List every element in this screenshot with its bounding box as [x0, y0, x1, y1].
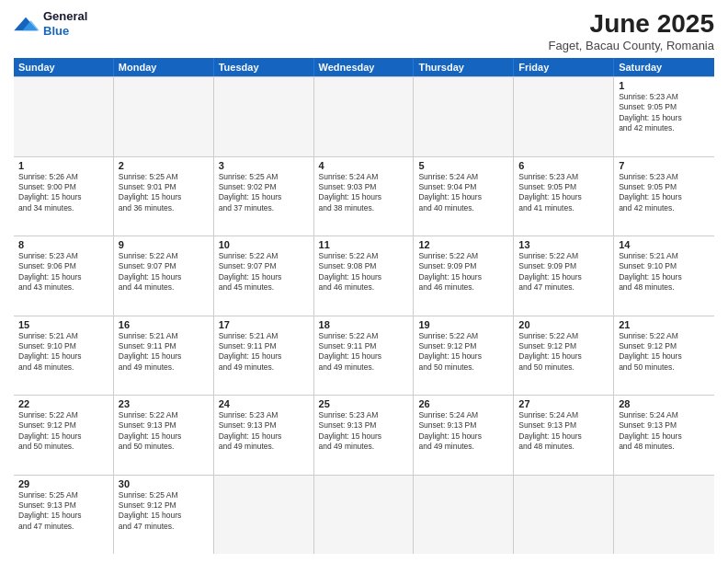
day-number: 16 [119, 319, 209, 330]
header-sunday: Sunday [14, 58, 114, 76]
page: General Blue June 2025 Faget, Bacau Coun… [0, 0, 728, 563]
table-row: 19Sunrise: 5:22 AM Sunset: 9:12 PM Dayli… [414, 316, 514, 396]
table-row: 10Sunrise: 5:22 AM Sunset: 9:07 PM Dayli… [214, 236, 314, 316]
table-row [614, 476, 714, 555]
day-number: 3 [219, 160, 309, 171]
day-number: 1 [18, 160, 108, 171]
table-row: 22Sunrise: 5:22 AM Sunset: 9:12 PM Dayli… [14, 396, 114, 475]
table-row: 20Sunrise: 5:22 AM Sunset: 9:12 PM Dayli… [514, 316, 614, 396]
cell-daylight-info: Sunrise: 5:21 AM Sunset: 9:11 PM Dayligh… [119, 331, 209, 373]
table-row [14, 77, 114, 156]
week-row-3: 15Sunrise: 5:21 AM Sunset: 9:10 PM Dayli… [14, 316, 714, 396]
table-row: 1Sunrise: 5:26 AM Sunset: 9:00 PM Daylig… [14, 157, 114, 236]
table-row: 26Sunrise: 5:24 AM Sunset: 9:13 PM Dayli… [414, 396, 514, 475]
table-row: 6Sunrise: 5:23 AM Sunset: 9:05 PM Daylig… [514, 157, 614, 236]
table-row [414, 476, 514, 555]
table-row: 18Sunrise: 5:22 AM Sunset: 9:11 PM Dayli… [314, 316, 415, 396]
month-title: June 2025 [549, 9, 714, 39]
header-tuesday: Tuesday [214, 58, 314, 76]
header-saturday: Saturday [614, 58, 714, 76]
table-row: 16Sunrise: 5:21 AM Sunset: 9:11 PM Dayli… [114, 316, 214, 396]
day-number: 27 [518, 398, 609, 409]
location-subtitle: Faget, Bacau County, Romania [549, 39, 714, 52]
day-number: 29 [18, 478, 108, 489]
table-row [214, 476, 314, 555]
cell-daylight-info: Sunrise: 5:22 AM Sunset: 9:09 PM Dayligh… [518, 251, 609, 293]
day-number: 7 [619, 160, 710, 171]
cell-daylight-info: Sunrise: 5:24 AM Sunset: 9:04 PM Dayligh… [418, 172, 508, 214]
table-row: 2Sunrise: 5:25 AM Sunset: 9:01 PM Daylig… [114, 157, 214, 236]
table-row: 24Sunrise: 5:23 AM Sunset: 9:13 PM Dayli… [214, 396, 314, 475]
table-row: 5Sunrise: 5:24 AM Sunset: 9:04 PM Daylig… [414, 157, 514, 236]
table-row: 11Sunrise: 5:22 AM Sunset: 9:08 PM Dayli… [314, 236, 415, 316]
day-number: 30 [119, 478, 209, 489]
day-number: 10 [219, 239, 309, 250]
day-number: 11 [319, 239, 409, 250]
day-number: 13 [518, 239, 609, 250]
table-row: 15Sunrise: 5:21 AM Sunset: 9:10 PM Dayli… [14, 316, 114, 396]
day-number: 17 [219, 319, 309, 330]
table-row: 4Sunrise: 5:24 AM Sunset: 9:03 PM Daylig… [314, 157, 415, 236]
table-row: 13Sunrise: 5:22 AM Sunset: 9:09 PM Dayli… [514, 236, 614, 316]
day-number: 9 [119, 239, 209, 250]
table-row [314, 77, 415, 156]
cell-daylight-info: Sunrise: 5:25 AM Sunset: 9:01 PM Dayligh… [119, 172, 209, 214]
table-row: 9Sunrise: 5:22 AM Sunset: 9:07 PM Daylig… [114, 236, 214, 316]
header-wednesday: Wednesday [314, 58, 415, 76]
table-row: 25Sunrise: 5:23 AM Sunset: 9:13 PM Dayli… [314, 396, 415, 475]
day-number: 15 [18, 319, 108, 330]
calendar-body: 1Sunrise: 5:23 AM Sunset: 9:05 PM Daylig… [14, 76, 714, 554]
cell-daylight-info: Sunrise: 5:26 AM Sunset: 9:00 PM Dayligh… [18, 172, 108, 214]
day-number: 2 [119, 160, 209, 171]
table-row [314, 476, 415, 555]
cell-daylight-info: Sunrise: 5:22 AM Sunset: 9:11 PM Dayligh… [319, 331, 409, 373]
table-row: 14Sunrise: 5:21 AM Sunset: 9:10 PM Dayli… [614, 236, 714, 316]
cell-daylight-info: Sunrise: 5:21 AM Sunset: 9:11 PM Dayligh… [219, 331, 309, 373]
table-row: 7Sunrise: 5:23 AM Sunset: 9:05 PM Daylig… [614, 157, 714, 236]
cell-daylight-info: Sunrise: 5:24 AM Sunset: 9:13 PM Dayligh… [619, 410, 710, 453]
calendar: Sunday Monday Tuesday Wednesday Thursday… [14, 58, 714, 554]
day-number: 18 [319, 319, 409, 330]
header-monday: Monday [114, 58, 214, 76]
day-number: 22 [18, 398, 108, 409]
table-row [114, 77, 214, 156]
logo-text: General Blue [43, 9, 87, 38]
cell-daylight-info: Sunrise: 5:23 AM Sunset: 9:05 PM Dayligh… [619, 92, 710, 134]
cell-daylight-info: Sunrise: 5:22 AM Sunset: 9:07 PM Dayligh… [119, 251, 209, 293]
week-row-5: 29Sunrise: 5:25 AM Sunset: 9:13 PM Dayli… [14, 476, 714, 555]
day-number: 5 [418, 160, 508, 171]
table-row: 28Sunrise: 5:24 AM Sunset: 9:13 PM Dayli… [614, 396, 714, 475]
day-number: 14 [619, 239, 710, 250]
calendar-header: Sunday Monday Tuesday Wednesday Thursday… [14, 58, 714, 76]
table-row: 27Sunrise: 5:24 AM Sunset: 9:13 PM Dayli… [514, 396, 614, 475]
table-row: 3Sunrise: 5:25 AM Sunset: 9:02 PM Daylig… [214, 157, 314, 236]
day-number: 21 [619, 319, 710, 330]
cell-daylight-info: Sunrise: 5:22 AM Sunset: 9:12 PM Dayligh… [18, 410, 108, 453]
cell-daylight-info: Sunrise: 5:22 AM Sunset: 9:07 PM Dayligh… [219, 251, 309, 293]
cell-daylight-info: Sunrise: 5:22 AM Sunset: 9:09 PM Dayligh… [418, 251, 508, 293]
day-number: 23 [119, 398, 209, 409]
cell-daylight-info: Sunrise: 5:25 AM Sunset: 9:13 PM Dayligh… [18, 490, 108, 533]
header-friday: Friday [514, 58, 614, 76]
table-row: 8Sunrise: 5:23 AM Sunset: 9:06 PM Daylig… [14, 236, 114, 316]
cell-daylight-info: Sunrise: 5:23 AM Sunset: 9:05 PM Dayligh… [518, 172, 609, 214]
cell-daylight-info: Sunrise: 5:21 AM Sunset: 9:10 PM Dayligh… [619, 251, 710, 293]
day-number: 6 [518, 160, 609, 171]
cell-daylight-info: Sunrise: 5:22 AM Sunset: 9:12 PM Dayligh… [418, 331, 508, 373]
cell-daylight-info: Sunrise: 5:24 AM Sunset: 9:03 PM Dayligh… [319, 172, 409, 214]
day-number: 20 [518, 319, 609, 330]
table-row: 29Sunrise: 5:25 AM Sunset: 9:13 PM Dayli… [14, 476, 114, 555]
week-row-1: 1Sunrise: 5:26 AM Sunset: 9:00 PM Daylig… [14, 157, 714, 237]
logo-icon [14, 14, 40, 34]
table-row: 23Sunrise: 5:22 AM Sunset: 9:13 PM Dayli… [114, 396, 214, 475]
cell-daylight-info: Sunrise: 5:21 AM Sunset: 9:10 PM Dayligh… [18, 331, 108, 373]
day-number: 25 [319, 398, 409, 409]
day-number: 28 [619, 398, 710, 409]
cell-daylight-info: Sunrise: 5:22 AM Sunset: 9:08 PM Dayligh… [319, 251, 409, 293]
week-row-2: 8Sunrise: 5:23 AM Sunset: 9:06 PM Daylig… [14, 236, 714, 316]
table-row: 21Sunrise: 5:22 AM Sunset: 9:12 PM Dayli… [614, 316, 714, 396]
cell-daylight-info: Sunrise: 5:25 AM Sunset: 9:02 PM Dayligh… [219, 172, 309, 214]
day-number: 24 [219, 398, 309, 409]
day-number: 4 [319, 160, 409, 171]
cell-daylight-info: Sunrise: 5:24 AM Sunset: 9:13 PM Dayligh… [418, 410, 508, 453]
